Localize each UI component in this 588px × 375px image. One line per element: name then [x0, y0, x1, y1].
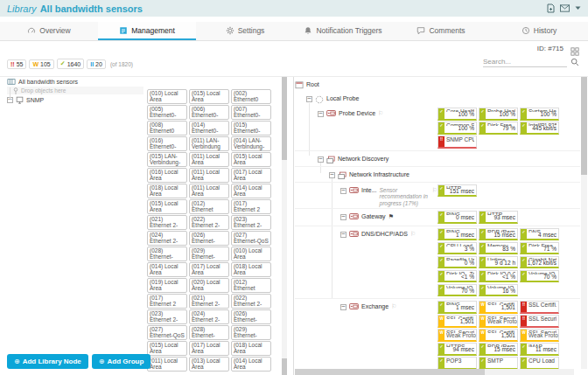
library-sensor-item[interactable]: (019) Local Area [147, 278, 187, 293]
library-sensor-item[interactable]: (027) Ethernet-QoS Packet [231, 231, 271, 246]
search-icon[interactable] [570, 58, 579, 66]
sensor-box[interactable]: !!SSL Certifi... [520, 301, 559, 314]
library-sensor-item[interactable]: (024) Ethernet 2-WFP Native [189, 309, 229, 324]
library-sensor-item[interactable]: (014) Local Area [147, 262, 187, 277]
tab-comments[interactable]: Comments [392, 22, 490, 40]
library-sensor-item[interactable]: (017) Local Area [189, 262, 229, 277]
sensor-box[interactable]: ✓Core Health100 % [438, 108, 477, 121]
library-sensor-item[interactable]: (015) Local Area [147, 199, 187, 214]
sensor-box[interactable]: ✓DNS4 msec [520, 228, 559, 241]
sensor-box[interactable]: ✓Volume IO ...16 % [479, 284, 518, 297]
sensor-box[interactable]: ✓Disk Free79 % [479, 122, 518, 135]
sensor-box[interactable]: ✓HTTP93 msec [479, 211, 518, 224]
horizontal-scrollbar[interactable] [295, 369, 574, 375]
scrollbar-thumb[interactable] [295, 369, 485, 375]
sensor-box[interactable]: ✓PING1 msec [438, 228, 477, 241]
sensor-box[interactable]: ✓PING1 msec [438, 301, 477, 314]
library-sensor-item[interactable]: (015) Ethernet0-QoS Packet [231, 121, 271, 135]
sensor-box[interactable]: ✓Probe Heal...100 % [479, 108, 518, 121]
collapse-toggle-icon[interactable]: − [329, 172, 335, 178]
tree-node-label[interactable]: Root [306, 81, 319, 87]
tree-node-label[interactable]: Network Discovery [338, 156, 388, 162]
sensor-box[interactable]: ✓Intel[R] 825...445 kbit/s [520, 122, 559, 135]
sensor-box[interactable]: ✓RDP (Rem...15 msec [479, 228, 518, 241]
library-sensor-item[interactable]: (002) Ethernet0 Traffic [231, 89, 271, 104]
scrollbar-thumb[interactable] [282, 358, 287, 375]
sensor-box[interactable]: WSSL Certifi...1,501 [479, 329, 518, 342]
library-sensor-item[interactable]: (023) Ethernet 2-WFP 802.3 [147, 309, 187, 324]
sensor-box[interactable]: ✓IMAP11 msec [520, 343, 559, 356]
library-sensor-item[interactable]: (015) LAN-Verbindung- [147, 152, 187, 167]
library-sensor-item[interactable]: (023) Ethernet 2-WFP 802.3 [231, 215, 271, 230]
sensor-box[interactable]: ✓Gigabit-Net...1,672 kbit/s [520, 256, 559, 269]
library-sensor-item[interactable]: (024) Ethernet 2-WFP Native [147, 231, 187, 246]
collapse-toggle-icon[interactable]: − [340, 304, 346, 310]
sensor-box[interactable]: ✓Common S...100 % [438, 122, 477, 135]
caret-down-icon[interactable] [575, 6, 581, 10]
tab-notification-triggers[interactable]: Notification Triggers [294, 22, 392, 40]
sensor-box[interactable]: ✓Pagefile Us...0 % [438, 256, 477, 269]
library-sensor-item[interactable]: (022) Ethernet 2-QoS Packet [231, 294, 271, 309]
scrollbar-thumb[interactable] [282, 77, 287, 160]
sensor-box[interactable]: ✓Uptime9 d 12 h [479, 256, 518, 269]
sensor-box[interactable]: ✓Disk IO _To...<1 % [438, 270, 477, 283]
library-sensor-item[interactable]: (016) Ethernet0-WFP 802.3 [147, 136, 187, 151]
sensor-box[interactable]: ✓Disk IO 0 C:<1 % [479, 270, 518, 283]
sensor-box[interactable]: !!SNMP CPU... [438, 135, 477, 149]
library-sensor-item[interactable]: (017) Ethernet 2 Traffic [147, 294, 187, 309]
collapse-toggle-icon[interactable]: − [340, 188, 346, 194]
sensor-box[interactable]: ✓SMTP [479, 357, 518, 369]
library-sensor-item[interactable]: (005) Ethernet0-WFP Native [147, 105, 187, 120]
sensor-box[interactable]: ✓CPU Load3 % [438, 242, 477, 255]
sensor-box[interactable]: WSSL Certifi...1,501 [479, 301, 518, 314]
library-sensor-item[interactable]: (017) Local Area [231, 168, 271, 183]
library-sensor-item[interactable]: (015) Local Area [189, 89, 229, 104]
email-icon[interactable] [560, 4, 570, 12]
sensor-box[interactable]: WSSL Certifi...1,501 [438, 315, 477, 328]
tree-node-label[interactable]: DNS/DHCP/ADS [361, 231, 408, 237]
library-sensor-item[interactable]: (007) Ethernet0-WFP 802.3 [231, 105, 271, 120]
library-sensor-item[interactable]: (015) Local Area [147, 341, 187, 356]
sensor-box[interactable]: ✓Volume IO ...70 % [520, 270, 559, 283]
breadcrumb-library[interactable]: Library [7, 3, 37, 14]
library-sensor-item[interactable]: (017) Ethernet 2 Traffic [231, 199, 271, 214]
library-sensor-item[interactable]: (013) Local Area [189, 357, 229, 372]
tab-management[interactable]: Management [98, 22, 196, 40]
collapse-toggle-icon[interactable]: − [340, 214, 346, 220]
left-panel-scrollbar[interactable] [282, 77, 287, 375]
sensor-box[interactable]: ✓Volume IO ...70 % [438, 284, 477, 297]
tab-history[interactable]: History [490, 22, 588, 40]
sensor-box[interactable]: WSSL Securi...Weak Proto... [520, 329, 559, 342]
right-panel-scrollbar[interactable] [581, 77, 587, 369]
library-root-node[interactable]: All bandwidth sensors [7, 77, 282, 87]
sensor-box[interactable]: ✓RDP (Rem...15 msec [479, 343, 518, 356]
library-sensor-item[interactable]: (011) Local Area [147, 357, 187, 372]
sensor-box[interactable]: ✓HTTPS94 msec [438, 343, 477, 356]
library-sensor-item[interactable]: (014) LAN-Verbindung-QoS [231, 136, 271, 151]
library-sensor-item[interactable]: (015) Local Area [231, 152, 271, 167]
library-sensor-item[interactable]: (010) Local Area [147, 89, 187, 104]
tree-node-label[interactable]: Gateway [361, 213, 386, 219]
collapse-toggle-icon[interactable]: − [318, 156, 324, 163]
sensor-box[interactable]: ✓CPU Load [520, 357, 559, 369]
sensor-box[interactable]: WSSL Securi...Weak Proto... [479, 315, 518, 328]
library-sensor-item[interactable]: (012) Ethernet Traffic [189, 199, 229, 214]
sensor-box[interactable]: ✓HTTP151 msec [438, 184, 477, 198]
library-sensor-item[interactable]: (018) Local Area [231, 341, 271, 356]
search-input[interactable] [483, 57, 567, 67]
collapse-toggle-icon[interactable]: − [318, 111, 324, 117]
tree-node-label[interactable]: Exchange [361, 303, 388, 309]
library-sensor-item[interactable]: (021) Ethernet 2-Network [147, 215, 187, 230]
tree-node-label[interactable]: Network Infrastructure [349, 171, 410, 177]
library-sensor-item[interactable]: (029) Ethernet-WFP Native [231, 325, 271, 340]
drop-target[interactable]: Drop objects here [7, 87, 144, 94]
library-sensor-item[interactable]: (008) Ethernet0 Traffic [147, 121, 187, 135]
tree-node-label[interactable]: Local Probe [326, 95, 359, 101]
library-sensor-item[interactable]: (011) Local Area [189, 168, 229, 183]
library-sensor-item[interactable]: (020) Local Area [189, 278, 229, 293]
library-sensor-item[interactable]: (028) Ethernet-WFP 802.3 [147, 247, 187, 261]
sensor-box[interactable]: ✓PING0 msec [438, 211, 477, 224]
library-sensor-item[interactable]: (028) Ethernet-WFP 802.3 [189, 325, 229, 340]
collapse-toggle-icon[interactable]: − [306, 96, 312, 102]
scrollbar-thumb[interactable] [581, 77, 587, 175]
